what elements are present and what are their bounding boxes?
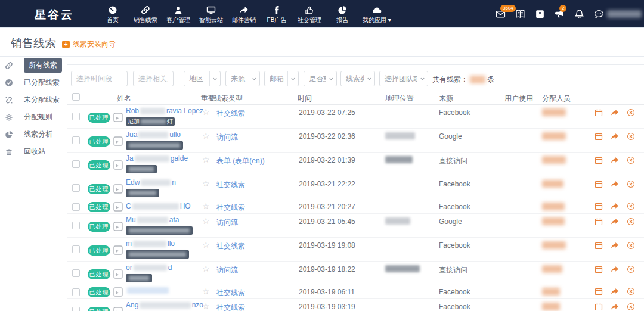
announce-icon[interactable]: 2 <box>555 9 565 20</box>
delete-icon[interactable] <box>627 303 635 311</box>
delete-icon[interactable] <box>627 156 635 164</box>
lead-name-link[interactable]: Edwn <box>126 178 203 186</box>
star-icon[interactable]: ☆ <box>202 131 210 141</box>
calendar-icon[interactable] <box>595 241 603 250</box>
star-icon[interactable]: ☆ <box>202 107 210 117</box>
sidebar-item-assigned-leads[interactable]: 已分配线索 <box>0 74 67 91</box>
lead-name-link[interactable]: Muafa <box>126 216 203 224</box>
lead-name-link[interactable]: ord <box>126 263 203 272</box>
lead-name-link[interactable] <box>126 287 203 294</box>
lead-setup-wizard-link[interactable]: + 线索安装向导 <box>62 39 116 49</box>
row-checkbox[interactable] <box>72 160 80 168</box>
delete-icon[interactable] <box>627 202 635 210</box>
share-icon[interactable] <box>611 287 619 296</box>
delete-icon[interactable] <box>627 287 635 296</box>
share-icon[interactable] <box>611 217 619 226</box>
share-icon[interactable] <box>611 156 619 164</box>
star-icon[interactable]: ☆ <box>202 264 210 273</box>
lead-type-link[interactable]: 表单 (表单(en)) <box>216 156 265 166</box>
row-checkbox[interactable] <box>72 288 80 296</box>
lead-name-link[interactable]: Jagalde <box>126 154 203 163</box>
lead-type-link[interactable]: 社交线索 <box>216 288 245 298</box>
star-icon[interactable]: ☆ <box>202 301 210 311</box>
delete-icon[interactable] <box>627 241 635 250</box>
brand-logo[interactable]: 星谷云 <box>35 7 74 23</box>
row-checkbox[interactable] <box>72 136 80 144</box>
related-person-input[interactable] <box>133 71 174 86</box>
calendar-icon[interactable] <box>535 9 546 20</box>
region-select[interactable]: 地区 <box>184 71 221 86</box>
share-icon[interactable] <box>611 180 619 188</box>
lead-type-link[interactable]: 社交线索 <box>216 303 245 311</box>
share-icon[interactable] <box>611 265 619 273</box>
lead-name-link[interactable]: CHO <box>126 202 203 210</box>
star-icon[interactable]: ☆ <box>202 216 210 226</box>
lead-name-link[interactable]: Robravia Lopez <box>126 107 203 115</box>
mail-icon[interactable]: 3604 <box>496 9 506 20</box>
calendar-icon[interactable] <box>595 108 603 117</box>
team-select[interactable]: 选择团队或成员 <box>379 71 428 86</box>
sidebar-item-assign-rules[interactable]: 分配规则 <box>0 108 67 126</box>
source-select[interactable]: 来源 <box>225 71 260 86</box>
share-icon[interactable] <box>611 108 619 117</box>
delete-icon[interactable] <box>627 217 635 226</box>
star-icon[interactable]: ☆ <box>202 287 210 296</box>
calendar-icon[interactable] <box>595 303 603 311</box>
row-checkbox[interactable] <box>72 113 80 120</box>
nav-item-smart-cloud-site[interactable]: 智能云站 <box>199 0 224 28</box>
time-range-input[interactable] <box>71 71 128 86</box>
sidebar-item-lead-analysis[interactable]: 线索分析 <box>0 126 67 143</box>
star-icon[interactable]: ☆ <box>202 155 210 164</box>
star-icon[interactable]: ☆ <box>202 201 210 211</box>
important-select[interactable]: 是否重要 <box>304 71 337 86</box>
share-icon[interactable] <box>611 202 619 210</box>
row-checkbox[interactable] <box>72 245 80 253</box>
calendar-icon[interactable] <box>595 265 603 273</box>
user-account-redacted[interactable] <box>607 10 642 18</box>
lead-name-link[interactable]: mllo <box>126 240 203 248</box>
sidebar-item-unassigned-leads[interactable]: 未分配线索 <box>0 91 67 108</box>
sidebar-item-all-leads[interactable]: 所有线索 <box>0 57 67 74</box>
lead-name-link[interactable]: Juaullo <box>126 130 203 139</box>
calendar-icon[interactable] <box>595 202 603 210</box>
delete-icon[interactable] <box>627 265 635 273</box>
lead-type-link[interactable]: 访问流 <box>216 217 238 228</box>
delete-icon[interactable] <box>627 180 635 188</box>
row-checkbox[interactable] <box>72 184 80 192</box>
calendar-icon[interactable] <box>595 180 603 188</box>
star-icon[interactable]: ☆ <box>202 240 210 250</box>
row-checkbox[interactable] <box>72 222 80 229</box>
lead-name-link[interactable]: Angnzo <box>126 301 203 309</box>
calendar-icon[interactable] <box>595 217 603 226</box>
calendar-icon[interactable] <box>595 156 603 164</box>
row-checkbox[interactable] <box>72 307 80 311</box>
nav-item-home[interactable]: 首页 <box>100 0 125 28</box>
lead-type-link[interactable]: 社交线索 <box>216 203 245 213</box>
notifications-icon[interactable] <box>574 9 585 20</box>
nav-item-social-management[interactable]: 社交管理 <box>297 0 322 28</box>
lead-type-link[interactable]: 访问流 <box>216 265 238 275</box>
calendar-icon[interactable] <box>595 132 603 141</box>
nav-item-sales-leads[interactable]: 销售线索 <box>133 0 158 28</box>
lead-type-select[interactable]: 线索类型 <box>340 71 375 86</box>
lead-type-link[interactable]: 访问流 <box>216 132 238 142</box>
star-icon[interactable]: ☆ <box>202 179 210 188</box>
book-icon[interactable] <box>515 9 526 20</box>
calendar-icon[interactable] <box>595 287 603 296</box>
messages-icon[interactable] <box>594 9 605 20</box>
delete-icon[interactable] <box>627 132 635 141</box>
nav-item-reports[interactable]: 报告 <box>330 0 355 28</box>
nav-item-my-apps[interactable]: 我的应用 ▾ <box>363 0 391 28</box>
nav-item-customer-management[interactable]: 客户管理 <box>166 0 191 28</box>
nav-item-email-marketing[interactable]: 邮件营销 <box>231 0 256 28</box>
share-icon[interactable] <box>611 132 619 141</box>
delete-icon[interactable] <box>627 108 635 117</box>
sidebar-item-recycle-bin[interactable]: 回收站 <box>0 143 67 160</box>
lead-type-link[interactable]: 社交线索 <box>216 241 245 251</box>
lead-type-link[interactable]: 社交线索 <box>216 180 245 190</box>
share-icon[interactable] <box>611 303 619 311</box>
nav-item-fb-ads[interactable]: FB广告 <box>264 0 289 28</box>
share-icon[interactable] <box>611 241 619 250</box>
select-all-checkbox[interactable] <box>72 93 80 101</box>
row-checkbox[interactable] <box>72 203 80 211</box>
